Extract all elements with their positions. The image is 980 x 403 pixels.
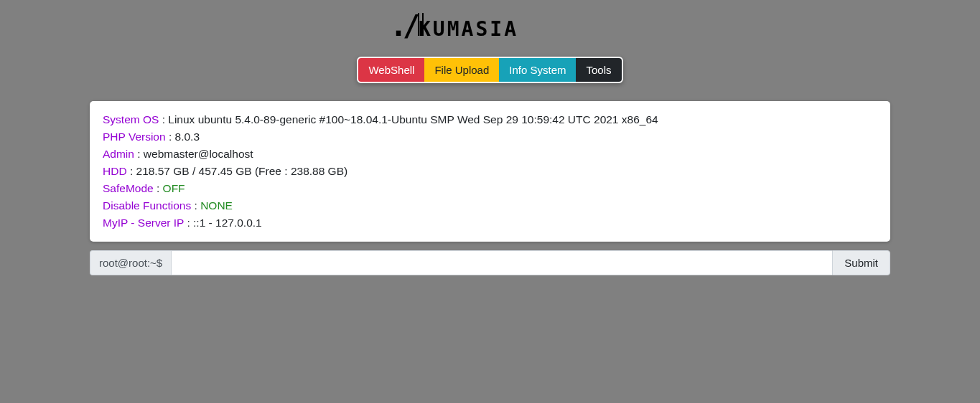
info-system-os: System OS : Linux ubuntu 5.4.0-89-generi… (103, 111, 877, 128)
safemode-colon: : (154, 182, 163, 194)
command-bar: root@root:~$ Submit (90, 250, 890, 275)
safemode-value: OFF (163, 182, 185, 194)
php-version-value: : 8.0.3 (166, 131, 200, 143)
info-myip: MyIP - Server IP : ::1 - 127.0.0.1 (103, 214, 877, 232)
submit-button[interactable]: Submit (832, 250, 890, 275)
info-hdd: HDD : 218.57 GB / 457.45 GB (Free : 238.… (103, 163, 877, 180)
myip-value: : ::1 - 127.0.0.1 (184, 217, 262, 229)
tab-info-system[interactable]: Info System (499, 58, 576, 82)
admin-label: Admin (103, 148, 134, 160)
disable-functions-value: NONE (200, 199, 233, 212)
info-disable-functions: Disable Functions : NONE (103, 197, 877, 214)
info-safemode: SafeMode : OFF (103, 180, 877, 197)
info-php-version: PHP Version : 8.0.3 (103, 128, 877, 146)
system-os-label: System OS (103, 113, 159, 125)
system-os-value: : Linux ubuntu 5.4.0-89-generic #100~18.… (159, 113, 658, 125)
shell-prompt: root@root:~$ (90, 250, 171, 275)
safemode-label: SafeMode (103, 182, 154, 194)
myip-label: MyIP - Server IP (103, 217, 184, 229)
command-input[interactable] (171, 250, 832, 275)
disable-functions-colon: : (191, 199, 200, 212)
hdd-label: HDD (103, 165, 127, 177)
logo: . / kumasia (390, 7, 591, 49)
hdd-value: : 218.57 GB / 457.45 GB (Free : 238.88 G… (127, 165, 348, 177)
disable-functions-label: Disable Functions (103, 199, 191, 212)
info-admin: Admin : webmaster@localhost (103, 146, 877, 163)
tab-file-upload[interactable]: File Upload (424, 58, 499, 82)
logo-svg: . / kumasia (390, 7, 591, 44)
info-system-box: System OS : Linux ubuntu 5.4.0-89-generi… (90, 101, 890, 242)
nav-tabs: WebShell File Upload Info System Tools (357, 57, 622, 83)
header: . / kumasia (0, 0, 980, 49)
tab-webshell[interactable]: WebShell (358, 58, 424, 82)
php-version-label: PHP Version (103, 131, 166, 143)
content: System OS : Linux ubuntu 5.4.0-89-generi… (90, 101, 890, 275)
admin-value: : webmaster@localhost (134, 148, 253, 160)
svg-text:kumasia: kumasia (419, 9, 518, 42)
tab-tools[interactable]: Tools (576, 58, 621, 82)
nav-container: WebShell File Upload Info System Tools (0, 57, 980, 83)
